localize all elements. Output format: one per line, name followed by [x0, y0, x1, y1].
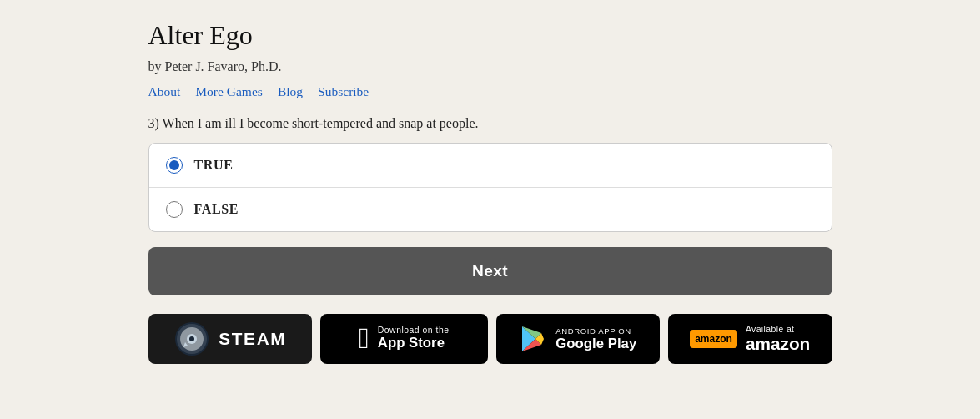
amazon-content: amazon Available at amazon: [690, 325, 810, 354]
options-container: TRUE FALSE: [148, 143, 832, 232]
radio-false[interactable]: [166, 201, 183, 218]
appstore-small: Download on the: [378, 326, 450, 335]
amazon-small: Available at: [746, 325, 810, 334]
next-button[interactable]: Next: [148, 247, 832, 295]
appstore-large: App Store: [378, 335, 450, 351]
option-true-label: TRUE: [194, 158, 234, 173]
app-title: Alter Ego: [148, 20, 832, 51]
google-large: Google Play: [555, 336, 636, 352]
google-content: ANDROID APP ON Google Play: [519, 325, 636, 353]
appstore-text-block: Download on the App Store: [378, 326, 450, 351]
amazon-text-block: Available at amazon: [746, 325, 810, 354]
store-badges: STEAM  Download on the App Store: [148, 314, 832, 364]
option-true[interactable]: TRUE: [149, 144, 832, 188]
nav-links: About More Games Blog Subscribe: [148, 84, 832, 99]
app-author: by Peter J. Favaro, Ph.D.: [148, 59, 832, 74]
amazon-logo-box: amazon: [690, 330, 737, 348]
amazon-large: amazon: [746, 334, 810, 354]
steam-text: STEAM: [219, 329, 286, 349]
radio-true[interactable]: [166, 157, 183, 174]
steam-logo-icon: [173, 321, 210, 357]
badge-steam[interactable]: STEAM: [148, 314, 313, 364]
nav-blog[interactable]: Blog: [278, 84, 303, 99]
option-false[interactable]: FALSE: [149, 188, 832, 231]
google-play-icon: [519, 325, 547, 353]
nav-subscribe[interactable]: Subscribe: [318, 84, 369, 99]
apple-icon: : [359, 324, 369, 353]
page-container: Alter Ego by Peter J. Favaro, Ph.D. Abou…: [132, 0, 849, 381]
google-small: ANDROID APP ON: [555, 326, 636, 336]
badge-appstore[interactable]:  Download on the App Store: [320, 314, 488, 364]
question-text: 3) When I am ill I become short-tempered…: [148, 116, 832, 131]
google-text-block: ANDROID APP ON Google Play: [555, 326, 636, 352]
svg-point-3: [189, 336, 194, 341]
nav-more-games[interactable]: More Games: [195, 84, 263, 99]
amazon-logo-icon: amazon: [695, 333, 732, 345]
option-false-label: FALSE: [194, 202, 239, 217]
badge-google[interactable]: ANDROID APP ON Google Play: [496, 314, 661, 364]
steam-content: STEAM: [173, 321, 286, 357]
appstore-content:  Download on the App Store: [359, 324, 450, 353]
nav-about[interactable]: About: [148, 84, 181, 99]
badge-amazon[interactable]: amazon Available at amazon: [668, 314, 832, 364]
